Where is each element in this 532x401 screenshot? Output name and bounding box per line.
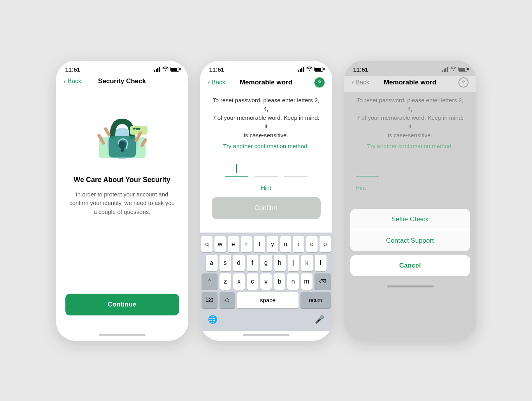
key-b[interactable]: b xyxy=(274,273,285,290)
key-r[interactable]: r xyxy=(241,236,252,252)
desc-line2-3: 7 of your memorable word. Keep in mind: … xyxy=(356,114,463,130)
key-l[interactable]: l xyxy=(315,255,327,271)
key-t[interactable]: t xyxy=(254,236,265,252)
signal-icon-3 xyxy=(442,67,448,72)
continue-button[interactable]: Continue xyxy=(65,294,179,315)
key-o[interactable]: o xyxy=(306,236,318,252)
help-label-2: ? xyxy=(318,79,321,86)
key-shift[interactable]: ⇧ xyxy=(202,273,218,290)
nav-title-2: Memorable word xyxy=(240,79,292,86)
key-y[interactable]: y xyxy=(267,236,278,252)
status-bar-2: 11:51 xyxy=(200,61,332,76)
blurred-content-3: To reset password, please enter letters … xyxy=(344,92,476,201)
status-bar-3: 11:51 xyxy=(344,61,476,76)
contact-support-button[interactable]: Contact Support xyxy=(350,230,470,251)
key-e[interactable]: e xyxy=(228,236,239,252)
home-indicator-2 xyxy=(243,334,290,336)
key-x[interactable]: x xyxy=(233,273,245,290)
home-indicator-1 xyxy=(99,334,146,336)
globe-icon[interactable]: 🌐 xyxy=(205,312,221,327)
back-label-1: Back xyxy=(68,78,82,85)
key-m[interactable]: m xyxy=(301,273,313,290)
home-bar-1 xyxy=(56,331,188,341)
keyboard-row3: ⇧ z x c v b n m ⌫ xyxy=(202,273,331,290)
key-a[interactable]: a xyxy=(206,255,218,271)
key-return[interactable]: return xyxy=(300,292,330,308)
svg-rect-5 xyxy=(121,147,124,152)
try-another-2[interactable]: Try another confirmation method. xyxy=(223,143,309,149)
keyboard-bottom: 🌐 🎤 xyxy=(202,311,331,328)
key-g[interactable]: g xyxy=(260,255,272,271)
key-w[interactable]: w xyxy=(214,236,226,252)
key-emoji[interactable]: ☺ xyxy=(219,292,235,308)
key-f[interactable]: f xyxy=(247,255,258,271)
try-another-3: Try another confirmation method. xyxy=(356,143,465,149)
key-h[interactable]: h xyxy=(274,255,286,271)
memorable-content-2: To reset password, please enter letters … xyxy=(200,92,332,233)
back-chevron-3: ‹ xyxy=(352,78,354,86)
key-z[interactable]: z xyxy=(219,273,231,290)
cancel-button[interactable]: Cancel xyxy=(350,255,470,276)
phone-3: 11:51 xyxy=(344,61,476,341)
nav-bar-1: ‹ Back Security Check xyxy=(56,76,188,90)
desc-line3-3: is case-sensitive. xyxy=(388,132,432,138)
action-sheet: Selfie Check Contact Support xyxy=(350,209,470,251)
wifi-icon-1 xyxy=(162,67,169,72)
letter-input-2[interactable] xyxy=(255,161,278,177)
home-indicator-3 xyxy=(387,285,434,287)
key-123[interactable]: 123 xyxy=(202,292,218,308)
wifi-icon-2 xyxy=(306,67,313,72)
time-1: 11:51 xyxy=(65,66,80,73)
memorable-desc-3: To reset password, please enter letters … xyxy=(356,96,465,140)
key-q[interactable]: q xyxy=(201,236,212,252)
back-button-3[interactable]: ‹ Back xyxy=(352,78,370,86)
desc-line3-2: is case-sensitive. xyxy=(244,132,288,138)
key-k[interactable]: k xyxy=(301,255,313,271)
hint-link-2[interactable]: Hint xyxy=(261,184,271,191)
back-chevron-2: ‹ xyxy=(208,78,210,86)
time-3: 11:51 xyxy=(353,66,368,73)
svg-rect-9 xyxy=(104,127,111,137)
nav-bar-3: ‹ Back Memorable word ? xyxy=(344,76,476,92)
key-space[interactable]: space xyxy=(237,292,299,308)
keyboard-2: q w e r t y u i o p a s d f g h j k l xyxy=(200,233,332,331)
nav-title-3: Memorable word xyxy=(384,79,436,86)
phone1-content: *** We Care About Your Security In order… xyxy=(56,90,188,294)
key-n[interactable]: n xyxy=(287,273,299,290)
nav-bar-2: ‹ Back Memorable word ? xyxy=(200,76,332,92)
key-d[interactable]: d xyxy=(233,255,245,271)
key-p[interactable]: p xyxy=(320,236,331,252)
battery-icon-3 xyxy=(458,67,467,72)
key-j[interactable]: j xyxy=(288,255,299,271)
memorable-desc-2: To reset password, please enter letters … xyxy=(212,96,321,140)
back-label-2: Back xyxy=(212,79,226,86)
key-v[interactable]: v xyxy=(260,273,272,290)
signal-icon-2 xyxy=(298,67,304,72)
desc-line1-2: To reset password, please enter letters … xyxy=(212,97,319,112)
letter-inputs-2 xyxy=(225,161,307,177)
mic-icon[interactable]: 🎤 xyxy=(312,312,328,327)
letter-input-1[interactable] xyxy=(225,161,248,177)
keyboard-row4: 123 ☺ space return xyxy=(202,292,331,308)
hint-link-3: Hint xyxy=(356,184,465,191)
key-u[interactable]: u xyxy=(280,236,291,252)
confirm-button-2[interactable]: Confirm xyxy=(212,197,321,219)
phones-container: 11:51 xyxy=(40,37,492,364)
status-icons-1 xyxy=(154,67,179,72)
key-delete[interactable]: ⌫ xyxy=(314,273,331,290)
help-icon-3[interactable]: ? xyxy=(458,77,469,88)
phone-1: 11:51 xyxy=(56,61,188,341)
back-button-1[interactable]: ‹ Back xyxy=(64,77,82,86)
desc-line1-3: To reset password, please enter letters … xyxy=(356,97,463,112)
back-label-3: Back xyxy=(356,79,370,86)
key-i[interactable]: i xyxy=(293,236,304,252)
security-description: In order to protect your account and con… xyxy=(68,190,177,217)
help-icon-2[interactable]: ? xyxy=(314,77,325,88)
back-button-2[interactable]: ‹ Back xyxy=(208,78,226,86)
phone-2: 11:51 xyxy=(200,61,332,341)
selfie-check-button[interactable]: Selfie Check xyxy=(350,209,470,230)
key-s[interactable]: s xyxy=(219,255,231,271)
letter-input-3[interactable] xyxy=(284,161,307,177)
key-c[interactable]: c xyxy=(247,273,258,290)
battery-icon-2 xyxy=(314,67,323,72)
